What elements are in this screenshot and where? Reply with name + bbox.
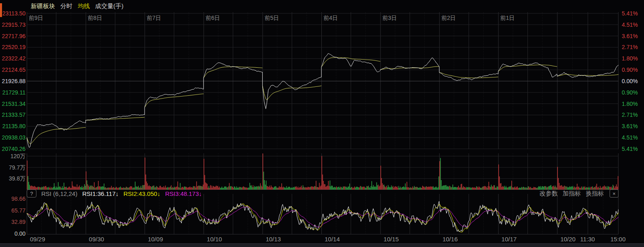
day-label: 前8日 xyxy=(88,15,102,22)
time-label-1500: 15:00 xyxy=(610,236,626,243)
percent-axis-label: 2.71% xyxy=(622,44,638,50)
day-label: 前4日 xyxy=(323,15,338,22)
close-indicator-button[interactable]: × xyxy=(610,189,618,198)
date-label: 10/17 xyxy=(502,236,517,243)
day-label: 前9日 xyxy=(29,15,43,22)
bottom-bar xyxy=(0,243,644,247)
date-label: 10/16 xyxy=(442,236,458,243)
rsi-axis-label: 0.00 xyxy=(0,230,26,237)
percent-axis-label: 0.00% xyxy=(622,78,638,84)
tab-minute-chart[interactable]: 分时 xyxy=(60,2,72,10)
percent-axis-label: 4.51% xyxy=(622,21,638,28)
price-axis-label: 22322.42 xyxy=(0,55,26,62)
rsi1-value: RSI1:36.117↓ xyxy=(82,190,119,197)
add-indicator-button[interactable]: 加指标 xyxy=(563,190,581,198)
main-price-chart[interactable] xyxy=(27,12,618,149)
rsi-axis-label: 65.77 xyxy=(0,207,26,214)
rsi3-value: RSI3:48.173↓ xyxy=(165,190,202,197)
price-axis-label: 21333.57 xyxy=(0,112,26,118)
rsi2-value: RSI2:43.050↓ xyxy=(123,190,160,197)
price-axis-label: 22520.19 xyxy=(0,44,26,50)
header-tabs: 新疆板块 分时 均线 成交量(手) xyxy=(31,2,123,10)
price-axis-label: 20740.26 xyxy=(0,146,26,152)
tab-volume[interactable]: 成交量(手) xyxy=(95,2,123,10)
switch-indicator-button[interactable]: 换指标 xyxy=(586,190,604,198)
day-label: 前1日 xyxy=(500,15,515,22)
tab-moving-average[interactable]: 均线 xyxy=(78,2,90,10)
volume-axis-label: 120万 xyxy=(0,153,26,159)
volume-chart[interactable] xyxy=(27,153,618,190)
percent-axis-label: 0.90% xyxy=(622,89,638,96)
percent-axis-label: 1.80% xyxy=(622,101,638,107)
price-axis-label: 23113.50 xyxy=(0,10,26,17)
date-label: 09/29 xyxy=(30,236,45,243)
price-axis-label: 22717.96 xyxy=(0,33,26,39)
rsi-axis-label: 98.66 xyxy=(0,195,26,202)
price-axis-label: 22915.73 xyxy=(0,21,26,28)
percent-axis-label: 3.61% xyxy=(622,33,638,39)
date-label: 10/09 xyxy=(148,236,163,243)
rsi-header: ? RSI (6,12,24) RSI1:36.117↓ RSI2:43.050… xyxy=(27,189,618,198)
percent-axis-label: 3.61% xyxy=(622,123,638,129)
rsi-axis-label: 32.89 xyxy=(0,219,26,225)
rsi-help-button[interactable]: ? xyxy=(27,189,36,198)
percent-axis-label: 0.90% xyxy=(622,67,638,73)
percent-axis-label: 4.51% xyxy=(622,134,638,141)
day-label: 前6日 xyxy=(206,15,220,22)
percent-axis-label: 5.41% xyxy=(622,10,638,17)
date-label: 09/30 xyxy=(89,236,104,243)
rsi-chart[interactable] xyxy=(27,194,618,234)
price-axis-label: 21531.34 xyxy=(0,101,26,107)
rsi-title: RSI (6,12,24) xyxy=(41,190,77,197)
date-label: 10/14 xyxy=(325,236,340,243)
day-label: 前2日 xyxy=(441,15,456,22)
volume-axis-label: 79.7万 xyxy=(0,164,26,171)
volume-axis-label: 39.8万 xyxy=(0,175,26,182)
day-label: 前5日 xyxy=(264,15,279,22)
percent-axis-label: 2.71% xyxy=(622,112,638,118)
day-label: 前3日 xyxy=(383,15,397,22)
price-axis-label: 22124.65 xyxy=(0,67,26,73)
date-label: 10/13 xyxy=(266,236,281,243)
day-label: 前7日 xyxy=(147,15,161,22)
percent-axis-label: 5.41% xyxy=(622,146,638,152)
time-label-1130: 11:30 xyxy=(580,236,595,243)
change-params-button[interactable]: 改参数 xyxy=(540,190,558,198)
price-axis-label: 21926.88 xyxy=(0,78,26,84)
date-label: 10/20 xyxy=(560,236,576,243)
percent-axis-label: 1.80% xyxy=(622,55,638,62)
date-label: 10/15 xyxy=(384,236,399,243)
price-axis-label: 21135.80 xyxy=(0,123,26,129)
stock-chart-app: 新疆板块 分时 均线 成交量(手) ? RSI (6,12,24) RSI1:3… xyxy=(0,0,644,247)
price-axis-label: 21729.11 xyxy=(0,89,26,96)
price-axis-label: 20938.03 xyxy=(0,134,26,141)
stock-name-title: 新疆板块 xyxy=(31,2,55,10)
date-label: 10/10 xyxy=(207,236,222,243)
